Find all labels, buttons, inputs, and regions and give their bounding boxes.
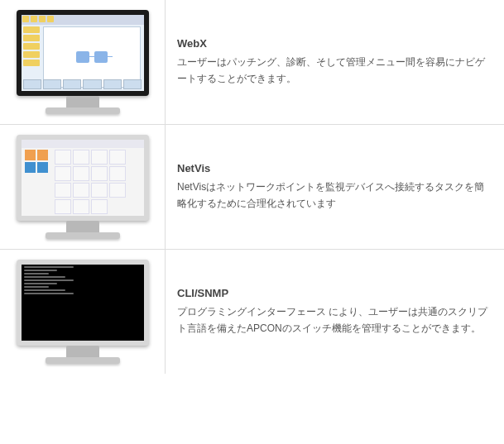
netvis-monitor-icon [17,135,149,239]
webx-monitor-icon [17,10,149,114]
product-title: CLI/SNMP [177,287,492,299]
product-row: CLI/SNMP プログラミングインターフェース により、ユーザーは共通のスクリ… [0,250,504,374]
product-image-cell [0,0,166,124]
product-list: WebX ユーザーはパッチング、診断、そして管理メニュー間を容易にナビゲートする… [0,0,504,374]
product-description: ユーザーはパッチング、診断、そして管理メニュー間を容易にナビゲートすることができ… [177,55,492,86]
product-title: NetVis [177,162,492,174]
product-text-cell: NetVis NetVisはネットワークポイントを監視デバイスへ接続するタスクを… [166,125,504,249]
cli-monitor-icon [17,260,149,364]
product-row: WebX ユーザーはパッチング、診断、そして管理メニュー間を容易にナビゲートする… [0,0,504,125]
product-text-cell: WebX ユーザーはパッチング、診断、そして管理メニュー間を容易にナビゲートする… [166,0,504,124]
product-description: プログラミングインターフェース により、ユーザーは共通のスクリプト言語を備えたA… [177,304,492,336]
product-description: NetVisはネットワークポイントを監視デバイスへ接続するタスクを簡略化するため… [177,179,492,211]
product-title: WebX [177,37,492,50]
product-image-cell [0,125,166,249]
product-image-cell [0,250,166,374]
product-row: NetVis NetVisはネットワークポイントを監視デバイスへ接続するタスクを… [0,125,504,250]
product-text-cell: CLI/SNMP プログラミングインターフェース により、ユーザーは共通のスクリ… [166,250,504,374]
